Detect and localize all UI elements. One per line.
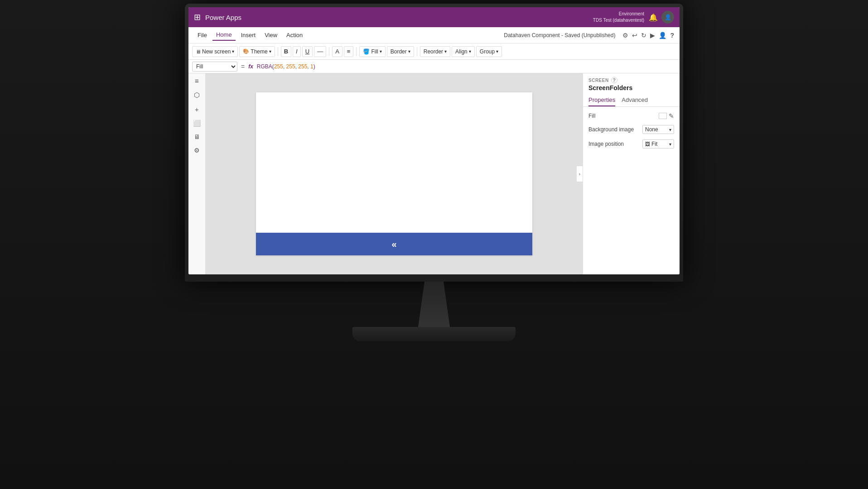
group-chevron-icon: ▾	[496, 49, 498, 54]
monitor-screen: ⊞ Power Apps Environment TDS Test (datah…	[188, 7, 680, 274]
undo-icon[interactable]: ↩	[632, 32, 637, 39]
workspace: ≡ ⬡ + ⬜ 🖥 ⚙ «	[188, 73, 680, 274]
image-position-icon: 🖼	[645, 141, 650, 147]
toolbar-icons-right: ⚙ ↩ ↻ ▶ 👤 ?	[622, 32, 674, 39]
toolbar-separator-2	[329, 47, 329, 56]
monitor-stand-base	[352, 327, 516, 341]
strikethrough-button[interactable]: —	[314, 46, 326, 57]
panel-screen-header: SCREEN ?	[583, 73, 680, 84]
underline-button[interactable]: U	[302, 46, 313, 57]
media-icon[interactable]: 🖥	[194, 133, 200, 140]
font-color-button[interactable]: A	[332, 46, 342, 57]
formula-value: RGBA(255, 255, 255, 1)	[257, 63, 315, 70]
database-icon[interactable]: ⬡	[194, 91, 200, 99]
equals-sign: =	[241, 63, 245, 70]
formula-bar: Fill = fx RGBA(255, 255, 255, 1)	[188, 60, 680, 73]
panel-body: Fill ✎ Background image None	[583, 107, 680, 154]
theme-button[interactable]: 🎨 Theme ▾	[239, 46, 275, 57]
blue-navigation-bar[interactable]: «	[256, 233, 532, 255]
fill-value[interactable]: ✎	[659, 112, 674, 120]
monitor-bezel: ⊞ Power Apps Environment TDS Test (datah…	[185, 4, 683, 282]
align-controls-button[interactable]: Align ▾	[452, 46, 475, 57]
canvas-content[interactable]: «	[256, 92, 532, 255]
screen-icon[interactable]: ⬜	[193, 120, 201, 127]
tab-advanced[interactable]: Advanced	[622, 94, 648, 106]
toolbar: 🖥 New screen ▾ 🎨 Theme ▾ B I U —	[188, 43, 680, 60]
align-button[interactable]: ≡	[344, 46, 354, 57]
screen-label: SCREEN	[588, 78, 609, 83]
menu-insert[interactable]: Insert	[237, 30, 260, 40]
bg-dropdown-chevron: ▾	[669, 127, 671, 132]
toolbar-separator-3	[356, 47, 357, 56]
title-bar: ⊞ Power Apps Environment TDS Test (datah…	[188, 7, 680, 27]
border-chevron-icon: ▾	[408, 49, 410, 54]
panel-tabs: Properties Advanced	[583, 94, 680, 107]
fill-edit-icon[interactable]: ✎	[669, 112, 674, 120]
app-container: ⊞ Power Apps Environment TDS Test (datah…	[188, 7, 680, 274]
theme-chevron-icon: ▾	[269, 49, 271, 54]
app-title: Power Apps	[205, 14, 241, 21]
background-image-row: Background image None ▾	[588, 125, 674, 134]
fill-paint-icon: 🪣	[363, 48, 370, 55]
monitor-stand-neck	[418, 282, 450, 327]
background-image-label: Background image	[588, 126, 634, 133]
help-icon[interactable]: ?	[670, 32, 674, 39]
new-screen-button[interactable]: 🖥 New screen ▾	[192, 46, 238, 57]
menu-action[interactable]: Action	[283, 30, 306, 40]
menu-home[interactable]: Home	[212, 29, 236, 41]
account-icon[interactable]: 👤	[659, 32, 666, 39]
chevron-down-icon: ▾	[232, 49, 234, 54]
reorder-chevron-icon: ▾	[444, 49, 447, 54]
panel-title: ScreenFolders	[583, 84, 680, 94]
italic-button[interactable]: I	[293, 46, 301, 57]
menu-view[interactable]: View	[261, 30, 281, 40]
settings-icon[interactable]: ⚙	[622, 32, 628, 39]
fill-label: Fill	[588, 113, 595, 119]
pos-dropdown-chevron: ▾	[669, 142, 671, 147]
avatar[interactable]: 👤	[661, 11, 674, 24]
env-info: Environment TDS Test (datahaventest)	[593, 11, 644, 24]
left-sidebar: ≡ ⬡ + ⬜ 🖥 ⚙	[188, 73, 206, 274]
panel-help-icon[interactable]: ?	[611, 77, 617, 83]
tab-properties[interactable]: Properties	[588, 94, 615, 106]
canvas-area: «	[206, 73, 583, 274]
right-panel: SCREEN ? ScreenFolders Properties Advanc…	[583, 73, 680, 274]
redo-icon[interactable]: ↻	[641, 32, 646, 39]
border-button[interactable]: Border ▾	[387, 46, 414, 57]
theme-icon: 🎨	[243, 48, 249, 54]
background-image-dropdown[interactable]: None ▾	[642, 125, 674, 134]
fx-label: fx	[248, 63, 253, 70]
bold-button[interactable]: B	[281, 46, 291, 57]
code-icon[interactable]: ⚙	[194, 147, 200, 154]
formula-property-dropdown[interactable]: Fill	[192, 62, 237, 72]
fill-color-swatch	[659, 113, 667, 119]
play-icon[interactable]: ▶	[650, 32, 655, 39]
hamburger-icon[interactable]: ≡	[195, 77, 199, 85]
chevron-left-icon: «	[391, 239, 396, 249]
waffle-icon[interactable]: ⊞	[194, 12, 201, 22]
fill-chevron-icon: ▾	[380, 49, 382, 54]
image-position-dropdown[interactable]: 🖼 Fit ▾	[642, 139, 674, 149]
align-chevron-icon: ▾	[469, 49, 471, 54]
bell-icon[interactable]: 🔔	[649, 13, 658, 22]
save-status: Datahaven Component - Saved (Unpublished…	[504, 32, 615, 38]
group-button[interactable]: Group ▾	[476, 46, 502, 57]
panel-collapse-button[interactable]: ›	[576, 166, 583, 182]
reorder-button[interactable]: Reorder ▾	[420, 46, 450, 57]
image-position-row: Image position 🖼 Fit ▾	[588, 139, 674, 149]
new-screen-icon: 🖥	[196, 49, 201, 54]
fill-row: Fill ✎	[588, 112, 674, 120]
add-control-icon[interactable]: +	[195, 105, 199, 113]
menu-file[interactable]: File	[194, 30, 211, 40]
image-position-label: Image position	[588, 141, 624, 147]
fill-button[interactable]: 🪣 Fill ▾	[359, 46, 385, 57]
toolbar-separator-1	[278, 47, 278, 56]
toolbar-separator-4	[417, 47, 417, 56]
menu-bar: File Home Insert View Action Datahaven C…	[188, 27, 680, 43]
